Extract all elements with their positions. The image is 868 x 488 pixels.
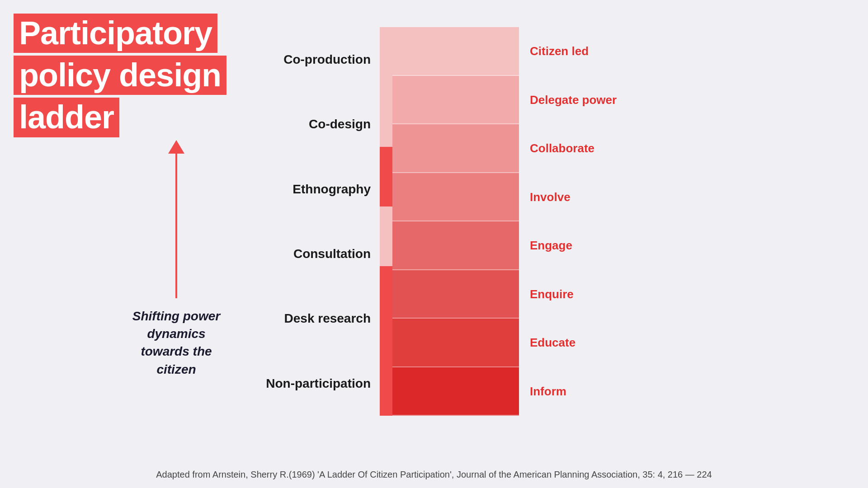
footer-citation: Adapted from Arnstein, Sherry R.(1969) '…	[0, 469, 868, 480]
right-label-7: Inform	[530, 385, 664, 399]
chart-area: Co-production Co-design Ethnography Cons…	[253, 27, 664, 416]
title-block: Participatory policy design ladder	[14, 14, 226, 140]
left-label-3: Consultation	[253, 246, 371, 262]
indicator-seg-2	[380, 147, 392, 206]
title-line-1: Participatory	[14, 14, 217, 53]
left-label-1: Co-design	[253, 117, 371, 132]
title-line-2: policy design	[14, 56, 226, 95]
right-label-4: Engage	[530, 239, 664, 253]
indicator-seg-3	[380, 206, 392, 266]
main-seg-3	[392, 173, 519, 222]
indicator-seg-5	[380, 356, 392, 416]
left-label-5: Non-participation	[253, 376, 371, 391]
title-line-3: ladder	[14, 98, 119, 137]
main-seg-2	[392, 124, 519, 173]
main-seg-7	[392, 367, 519, 416]
title-text-2: policy design	[19, 57, 221, 93]
indicator-seg-1	[380, 87, 392, 146]
right-label-5: Enquire	[530, 287, 664, 301]
main-seg-0	[392, 27, 519, 76]
main-seg-1	[392, 76, 519, 125]
indicator-bar	[380, 27, 392, 416]
title-text-3: ladder	[19, 99, 114, 135]
title-text-1: Participatory	[19, 15, 212, 51]
main-seg-6	[392, 319, 519, 367]
right-label-6: Educate	[530, 336, 664, 350]
arrow-area: Shifting power dynamics towards the citi…	[127, 154, 226, 378]
right-label-1: Delegate power	[530, 93, 664, 107]
left-labels: Co-production Co-design Ethnography Cons…	[253, 27, 380, 416]
right-labels: Citizen led Delegate power Collaborate I…	[519, 27, 664, 416]
left-label-0: Co-production	[253, 52, 371, 67]
main-bar	[392, 27, 519, 416]
main-seg-5	[392, 270, 519, 319]
arrow-shaft	[175, 154, 177, 298]
arrow-head	[168, 140, 184, 154]
right-label-3: Involve	[530, 190, 664, 204]
indicator-seg-4	[380, 266, 392, 356]
left-label-4: Desk research	[253, 311, 371, 326]
left-label-2: Ethnography	[253, 182, 371, 197]
main-seg-4	[392, 221, 519, 270]
arrow-label: Shifting power dynamics towards the citi…	[127, 307, 226, 378]
indicator-seg-0	[380, 27, 392, 87]
right-label-2: Collaborate	[530, 141, 664, 155]
right-label-0: Citizen led	[530, 44, 664, 58]
